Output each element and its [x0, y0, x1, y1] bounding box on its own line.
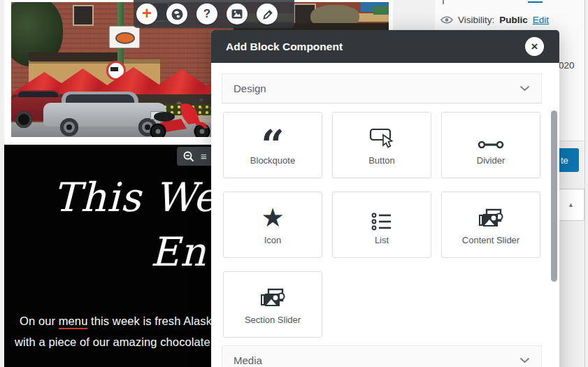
button-icon: [368, 124, 396, 151]
modal-title: Add Block Component: [226, 41, 343, 53]
tile-label: Divider: [477, 155, 505, 166]
photo-window: [73, 5, 94, 26]
screenshot-root: + ?: [0, 0, 588, 367]
paragraph-text: On our: [20, 315, 59, 327]
content-slider-icon: [478, 204, 503, 231]
tile-blockquote[interactable]: “ Blockquote: [223, 112, 322, 178]
browser-scrollbar-area[interactable]: [585, 0, 588, 367]
globe-icon: [171, 8, 183, 20]
zoom-out-icon[interactable]: [182, 150, 195, 163]
divider-icon: [478, 124, 504, 151]
tile-label: Button: [368, 155, 395, 166]
eye-icon: [440, 15, 453, 24]
block-toolbar: + ?: [134, 0, 294, 28]
list-view-icon[interactable]: ≡: [201, 151, 207, 161]
chevron-down-icon: [519, 357, 530, 364]
modal-close-button[interactable]: ×: [525, 37, 544, 56]
visibility-row: Visibility: Public Edit: [440, 15, 549, 25]
photo-sign: [109, 26, 140, 48]
add-block-modal: Add Block Component × Design “ Blockquot…: [211, 30, 559, 367]
edit-button[interactable]: [257, 3, 278, 24]
tile-label: Icon: [264, 235, 282, 245]
media-section-label: Media: [234, 354, 262, 366]
visibility-value: Public: [499, 15, 528, 25]
tile-button[interactable]: Button: [332, 112, 431, 178]
modal-header: Add Block Component ×: [211, 30, 559, 63]
tile-content-slider[interactable]: Content Slider: [441, 192, 540, 258]
block-tile-grid: “ Blockquote Button: [223, 112, 540, 338]
collapse-arrow-icon: ▲: [568, 201, 574, 208]
plus-icon: +: [142, 5, 152, 22]
tile-icon[interactable]: ★ Icon: [223, 192, 322, 258]
tile-list[interactable]: List: [332, 192, 431, 258]
tile-label: Content Slider: [462, 235, 519, 245]
pencil-icon: [261, 8, 273, 20]
help-button[interactable]: ?: [196, 3, 217, 24]
tile-label: List: [375, 235, 389, 245]
date-fragment: 020: [559, 60, 575, 71]
section-paragraph-line1: On our menu this week is fresh Alaskan s…: [20, 315, 241, 328]
chevron-down-icon: [519, 85, 530, 92]
menu-link[interactable]: menu: [59, 315, 88, 329]
media-button[interactable]: [227, 3, 248, 24]
section-slider-icon: [260, 284, 285, 310]
section-design[interactable]: Design: [222, 73, 542, 103]
edit-link-underline-fragment[interactable]: [528, 1, 543, 3]
close-icon: ×: [531, 41, 538, 52]
globe-button[interactable]: [166, 3, 187, 24]
tile-label: Section Slider: [245, 315, 301, 325]
photo-scooter: [141, 99, 217, 137]
star-icon: ★: [261, 205, 284, 231]
photo-awning: [29, 52, 118, 62]
photo-tarp: [373, 6, 389, 15]
design-section-label: Design: [234, 82, 266, 94]
blockquote-icon: “: [261, 127, 284, 151]
section-paragraph-line2: with a piece of our amazing chocolate ca…: [15, 336, 238, 349]
list-icon: [371, 204, 392, 231]
clipped-icon-fragment: [443, 0, 444, 4]
tile-label: Blockquote: [250, 155, 295, 166]
question-icon: ?: [203, 7, 210, 21]
collapse-panel[interactable]: ▲: [557, 189, 585, 221]
add-block-button[interactable]: +: [136, 3, 157, 24]
modal-scrollbar[interactable]: [551, 110, 557, 282]
visibility-label: Visibility:: [458, 15, 494, 25]
tile-section-slider[interactable]: Section Slider: [223, 271, 322, 338]
update-button[interactable]: te: [559, 148, 579, 172]
image-icon: [231, 9, 243, 19]
tile-divider[interactable]: Divider: [441, 112, 540, 178]
section-media[interactable]: Media: [222, 345, 542, 367]
visibility-edit-link[interactable]: Edit: [533, 15, 549, 25]
